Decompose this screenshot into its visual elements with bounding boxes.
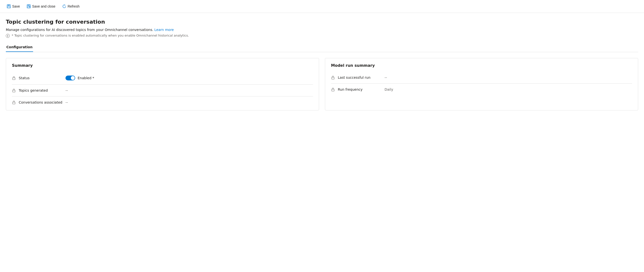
conversations-associated-label: Conversations associated: [19, 100, 62, 104]
cards-row: Summary Status Enabled *: [6, 58, 638, 110]
save-label: Save: [12, 5, 20, 8]
learn-more-link[interactable]: Learn more: [154, 28, 174, 32]
run-frequency-label: Run frequency: [338, 87, 382, 91]
page-title: Topic clustering for conversation: [6, 19, 638, 25]
save-close-icon: [27, 5, 31, 8]
toolbar: Save Save and close Refresh: [0, 0, 644, 13]
run-frequency-value: Daily: [384, 87, 393, 91]
svg-rect-12: [13, 102, 15, 104]
conversations-associated-row: Conversations associated --: [12, 96, 313, 108]
last-run-value: --: [384, 76, 387, 79]
topics-lock-icon: [12, 88, 16, 92]
refresh-icon: [62, 5, 66, 8]
conversations-associated-value: --: [66, 100, 68, 104]
svg-rect-6: [28, 5, 30, 6]
page-description: Manage configurations for AI discovered …: [6, 28, 638, 32]
model-run-summary-card: Model run summary Last successful run --: [325, 58, 638, 110]
tab-configuration[interactable]: Configuration: [6, 43, 33, 52]
status-toggle-value: Enabled *: [78, 76, 94, 80]
svg-rect-11: [13, 90, 15, 92]
save-button[interactable]: Save: [4, 3, 23, 10]
info-note: i * Topic clustering for conversations i…: [6, 34, 638, 38]
info-icon: i: [6, 34, 10, 38]
last-run-label: Last successful run: [338, 76, 382, 79]
status-lock-icon: [12, 76, 16, 80]
info-note-text: * Topic clustering for conversations is …: [12, 34, 189, 37]
svg-rect-14: [332, 89, 334, 91]
status-label: Status: [19, 76, 62, 80]
summary-card: Summary Status Enabled *: [6, 58, 319, 110]
status-toggle[interactable]: [66, 76, 75, 80]
status-row: Status Enabled *: [12, 72, 313, 85]
refresh-button[interactable]: Refresh: [60, 3, 82, 10]
save-and-close-button[interactable]: Save and close: [24, 3, 58, 10]
tabs-bar: Configuration: [6, 43, 638, 52]
topics-generated-value: --: [66, 88, 68, 92]
svg-rect-10: [13, 78, 15, 80]
save-icon: [7, 5, 11, 8]
description-text: Manage configurations for AI discovered …: [6, 28, 153, 32]
topics-generated-label: Topics generated: [19, 88, 62, 92]
model-run-card-title: Model run summary: [331, 63, 632, 68]
svg-rect-13: [332, 77, 334, 79]
run-frequency-row: Run frequency Daily: [331, 84, 632, 95]
summary-card-title: Summary: [12, 63, 313, 68]
run-frequency-lock-icon: [331, 87, 335, 91]
save-and-close-label: Save and close: [32, 5, 56, 8]
last-run-row: Last successful run --: [331, 72, 632, 84]
topics-generated-row: Topics generated --: [12, 85, 313, 96]
main-content: Topic clustering for conversation Manage…: [0, 13, 644, 116]
conversations-lock-icon: [12, 100, 16, 104]
status-toggle-wrapper: Enabled *: [66, 76, 94, 80]
last-run-lock-icon: [331, 76, 335, 79]
svg-rect-3: [8, 6, 10, 8]
refresh-label: Refresh: [68, 5, 80, 8]
svg-rect-1: [8, 5, 10, 6]
